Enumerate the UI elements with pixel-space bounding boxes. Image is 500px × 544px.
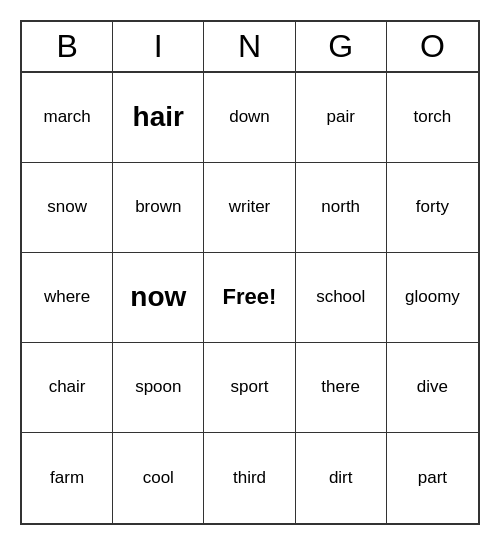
header-letter: N [204,22,295,71]
free-space: Free! [204,253,295,343]
bingo-cell: dirt [296,433,387,523]
bingo-cell: writer [204,163,295,253]
bingo-cell: hair [113,73,204,163]
bingo-cell: dive [387,343,478,433]
bingo-cell: where [22,253,113,343]
bingo-cell: third [204,433,295,523]
bingo-cell: brown [113,163,204,253]
bingo-cell: down [204,73,295,163]
bingo-cell: there [296,343,387,433]
bingo-cell: gloomy [387,253,478,343]
bingo-cell: forty [387,163,478,253]
bingo-cell: part [387,433,478,523]
bingo-cell: snow [22,163,113,253]
bingo-cell: farm [22,433,113,523]
bingo-cell: march [22,73,113,163]
bingo-cell: sport [204,343,295,433]
header-letter: B [22,22,113,71]
bingo-cell: pair [296,73,387,163]
bingo-grid: marchhairdownpairtorchsnowbrownwriternor… [22,73,478,523]
bingo-cell: torch [387,73,478,163]
bingo-card: BINGO marchhairdownpairtorchsnowbrownwri… [20,20,480,525]
bingo-cell: north [296,163,387,253]
bingo-cell: spoon [113,343,204,433]
bingo-cell: cool [113,433,204,523]
header-letter: I [113,22,204,71]
bingo-cell: chair [22,343,113,433]
bingo-cell: school [296,253,387,343]
bingo-header: BINGO [22,22,478,73]
header-letter: O [387,22,478,71]
header-letter: G [296,22,387,71]
bingo-cell: now [113,253,204,343]
